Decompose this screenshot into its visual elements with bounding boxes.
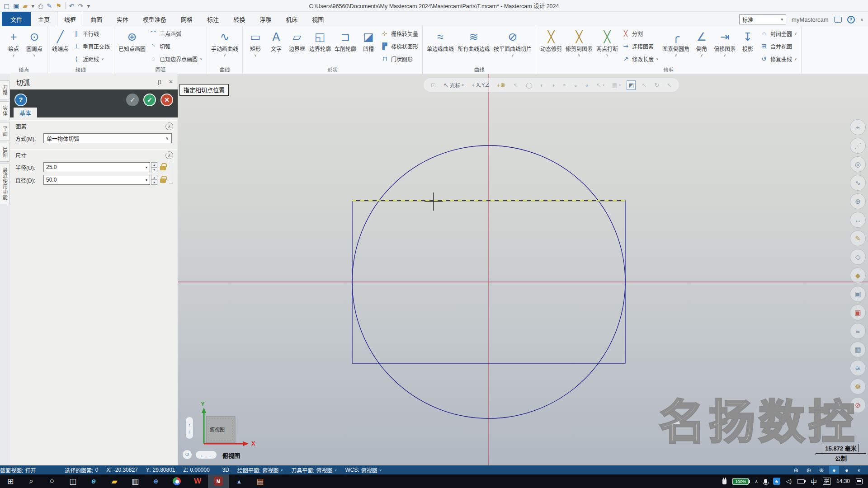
- ribbon-button[interactable]: ≈单边缘曲线: [425, 27, 456, 65]
- diameter-input[interactable]: 50.0 ▾: [43, 175, 150, 185]
- point-tool-button[interactable]: +: [850, 119, 866, 135]
- validate-selection-icon[interactable]: ↖: [640, 80, 648, 90]
- layers-tool-button[interactable]: ≋: [850, 360, 866, 376]
- ribbon-tab[interactable]: 网格: [174, 12, 200, 26]
- chrome-icon[interactable]: [166, 474, 187, 488]
- office-icon[interactable]: ▤: [250, 474, 270, 488]
- ribbon-tab[interactable]: 线框: [57, 12, 83, 26]
- settings-gear-icon[interactable]: ☸: [850, 379, 866, 394]
- status-item[interactable]: 截面视图:打开: [0, 466, 36, 474]
- translucent-view-icon[interactable]: ◐: [854, 466, 864, 474]
- select-quadrant-icon-2[interactable]: ◑: [549, 80, 557, 90]
- select-quadrant-icon-3[interactable]: ◓: [561, 80, 568, 90]
- window-select-button[interactable]: ◩: [627, 80, 636, 90]
- graphics-area[interactable]: Y X 俯视图 ⊡ ↖ 光标 ▾ + X,Y,Z +☸: [178, 74, 868, 465]
- ribbon-tab[interactable]: 视图: [305, 12, 331, 26]
- color-tool-button[interactable]: ▣: [850, 305, 866, 320]
- style-combobox[interactable]: 标准 ▾: [739, 14, 786, 24]
- ribbon-button[interactable]: ↗修改长度∨: [620, 52, 660, 65]
- circle-tool-button[interactable]: ◎: [850, 156, 866, 172]
- ime-language-button[interactable]: 中: [811, 477, 817, 486]
- ribbon-button[interactable]: ∠倒角∨: [691, 27, 712, 65]
- ribbon-button[interactable]: ↧投影: [737, 27, 758, 65]
- wireframe-view-icon-2[interactable]: ⊕: [804, 466, 814, 474]
- open-dropdown-icon[interactable]: ▾: [31, 3, 34, 9]
- ribbon-button[interactable]: ╭图素倒圆角∨: [660, 27, 691, 65]
- line-tool-button[interactable]: ⋰: [850, 138, 866, 154]
- task-view-button[interactable]: ◫: [62, 474, 83, 488]
- wps-icon[interactable]: W: [187, 474, 208, 488]
- tray-expand-icon[interactable]: ∧: [755, 479, 758, 484]
- file-explorer-icon[interactable]: ▰: [104, 474, 125, 488]
- ribbon-button[interactable]: ⌒三点画弧: [147, 27, 204, 40]
- autocursor-settings-button[interactable]: +☸: [495, 80, 507, 90]
- wireframe-view-icon-3[interactable]: ⊕: [816, 466, 826, 474]
- select-sphere-icon[interactable]: ◕: [583, 80, 590, 90]
- photos-icon[interactable]: ▲: [229, 474, 250, 488]
- wire-cube-tool-button[interactable]: ◇: [850, 249, 866, 265]
- wireframe-view-icon-1[interactable]: ⊕: [791, 466, 801, 474]
- collapse-ribbon-icon[interactable]: ∧: [860, 17, 863, 22]
- side-tab-recent-functions[interactable]: 最近使用功能: [0, 164, 10, 204]
- ribbon-tab[interactable]: 实体: [109, 12, 136, 26]
- ribbon-button[interactable]: ⊥垂直正交线: [71, 40, 112, 52]
- grid-tool-button[interactable]: ▦: [850, 342, 866, 357]
- ribbon-tab[interactable]: 文件: [2, 12, 31, 26]
- ribbon-tab[interactable]: 机床: [278, 12, 305, 26]
- shaded-edges-view-icon[interactable]: ●: [842, 466, 852, 474]
- ribbon-button[interactable]: A文字: [266, 27, 287, 65]
- selection-lock-icon[interactable]: ⊡: [429, 80, 438, 90]
- cancel-button[interactable]: ✕: [160, 94, 173, 106]
- ribbon-button[interactable]: ◪凹槽: [358, 27, 379, 65]
- side-tab-planes[interactable]: 平面: [0, 122, 10, 141]
- status-item[interactable]: 选择的图素:0: [65, 466, 98, 474]
- ribbon-button[interactable]: ⊐车削轮廓: [333, 27, 358, 65]
- ribbon-button[interactable]: ↺修复曲线∨: [758, 52, 799, 65]
- apply-and-new-button[interactable]: ✓: [126, 94, 139, 106]
- ribbon-button[interactable]: ○封闭全圆∨: [758, 27, 799, 40]
- undo-icon[interactable]: ↶: [69, 3, 75, 9]
- print-icon[interactable]: ⎙: [38, 3, 43, 9]
- select-quadrant-icon-4[interactable]: ◒: [572, 80, 579, 90]
- dimension-tool-button[interactable]: ↔: [850, 212, 866, 228]
- select-arrow-icon[interactable]: ↖: [511, 80, 520, 90]
- ribbon-button[interactable]: ∥平行线: [71, 27, 112, 40]
- ribbon-tab[interactable]: 主页: [31, 12, 57, 26]
- new-file-icon[interactable]: ▢: [4, 3, 9, 9]
- ribbon-button[interactable]: ◱边界轮廓: [307, 27, 333, 65]
- ribbon-button[interactable]: ⊓门状图形: [379, 52, 420, 65]
- sphere-tool-button[interactable]: ⊕: [850, 193, 866, 209]
- help-icon[interactable]: ?: [847, 16, 855, 23]
- ribbon-button[interactable]: ▱边界框: [287, 27, 307, 65]
- radius-stepper[interactable]: ▲▼: [151, 162, 157, 172]
- ribbon-tab[interactable]: 标注: [200, 12, 226, 26]
- ok-button[interactable]: ✓: [143, 94, 156, 106]
- separator[interactable]: [65, 2, 66, 9]
- microphone-icon[interactable]: [764, 479, 767, 483]
- radius-input[interactable]: 25.0 ▾: [43, 162, 150, 172]
- mymastercam-link[interactable]: myMastercam: [792, 16, 829, 23]
- cursor-mode-button[interactable]: ↖ 光标 ▾: [442, 80, 466, 90]
- ime-pinyin-button[interactable]: 拼: [823, 478, 830, 485]
- status-item[interactable]: X:-20.30827: [106, 467, 137, 473]
- ribbon-button[interactable]: ⊕已知点画圆: [117, 27, 147, 65]
- collapse-section-icon[interactable]: ∧: [165, 151, 173, 159]
- grid-select-dropdown[interactable]: ▦ ▾: [610, 80, 623, 90]
- ribbon-button[interactable]: ▛楼梯状图形: [379, 40, 420, 52]
- collapse-section-icon[interactable]: ∧: [165, 122, 173, 130]
- disable-icon[interactable]: ⊘: [850, 397, 866, 413]
- status-item[interactable]: 刀具平面:俯视图∨: [291, 466, 337, 474]
- ribbon-button[interactable]: ◌已知边界点画圆∨: [147, 52, 204, 65]
- ribbon-button[interactable]: ⊙圆周点∨: [24, 27, 45, 65]
- pan-horizontal-control[interactable]: ← →: [195, 450, 217, 459]
- speaker-icon[interactable]: ◁): [786, 478, 791, 484]
- status-item[interactable]: 3D: [222, 467, 229, 473]
- ribbon-button[interactable]: ≋所有曲线边缘: [456, 27, 492, 65]
- edge-icon[interactable]: e: [83, 474, 104, 488]
- ribbon-tab[interactable]: 模型准备: [136, 12, 174, 26]
- diameter-stepper[interactable]: ▲▼: [151, 175, 157, 185]
- ribbon-button[interactable]: +绘点∨: [3, 27, 24, 65]
- ribbon-tab[interactable]: 转换: [226, 12, 252, 26]
- status-item[interactable]: 绘图平面:俯视图∨: [237, 466, 283, 474]
- report-flag-icon[interactable]: ⚑: [56, 3, 61, 9]
